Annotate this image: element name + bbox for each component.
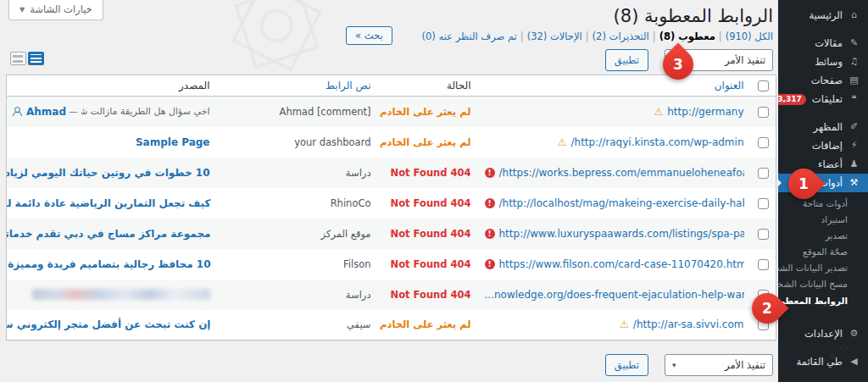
filter-link[interactable]: الكل (910) [726, 30, 773, 42]
link-status: Not Found 404 [378, 158, 478, 188]
submenu-item-label: استيراد [821, 214, 848, 225]
sidebar-item-label: أعضاء [818, 158, 843, 171]
link-text: Ahmad [comment] [217, 97, 378, 127]
broken-url-link[interactable]: /http://ar-sa.sivvi.com [633, 318, 744, 330]
sidebar-item-settings[interactable]: ⚙الإعدادات [778, 324, 868, 343]
table-header-row: العنوان الحالة نص الرابط المصدر [7, 75, 776, 97]
broken-url-link[interactable]: /http://localhost/mag/makeing-exercise-d… [499, 197, 744, 209]
warning-icon: ⚠ [654, 107, 664, 117]
source-post-link[interactable]: 10 محافظ رجالية بتصاميم فريدة ومميزة ستن… [7, 258, 211, 270]
submenu-item[interactable]: أدوات متاحة [778, 196, 868, 212]
row-checkbox[interactable] [758, 107, 769, 118]
submenu-item[interactable]: استيراد [778, 212, 868, 228]
sidebar-item-collapse[interactable]: ◀طي القائمة [778, 352, 868, 371]
link-text: Filson [217, 249, 378, 280]
tools-submenu: أدوات متاحةاستيرادتصديرصحّة الموقعتصدير … [778, 192, 868, 315]
comment-excerpt: اخي سؤال هل الطريقة مازالت شغالة [81, 106, 210, 117]
submenu-item-label: تصدير البيانات الشخصية [778, 263, 848, 274]
submenu-item[interactable]: الروابط المعطوبة8 [778, 292, 868, 310]
screenshot-root: ۿ ۞ AR-W خيارات الشاشة ▼ الروابط المعطوب… [0, 0, 868, 382]
dash-separator: — [70, 106, 78, 117]
sidebar-item-posts[interactable]: ✎مقالات [778, 34, 868, 53]
posts-icon: ✎ [849, 36, 860, 50]
source-post-link[interactable]: مجموعة مراكز مساج في دبي تقدم خدماتها ض.… [7, 228, 211, 240]
row-checkbox[interactable] [758, 259, 769, 270]
source-cell: Sample Page [7, 127, 217, 158]
screen-options-button[interactable]: خيارات الشاشة ▼ [8, 0, 103, 20]
link-status: Not Found 404 [378, 188, 478, 219]
media-icon: ♫ [849, 55, 860, 69]
submenu-item-label: مسح البيانات الشخصية [778, 279, 848, 290]
sidebar-item-appearance[interactable]: ✐المظهر [778, 118, 868, 136]
table-row: ⚠http://germanyلم يعثر على الخادمAhmad [… [7, 97, 776, 127]
sidebar-item-users[interactable]: ♟أعضاء [778, 155, 868, 174]
person-icon [14, 107, 23, 116]
link-status: لم يعثر على الخادم [378, 310, 478, 340]
submenu-item-label: الروابط المعطوبة [778, 296, 848, 307]
source-post-link[interactable]: كيف تجعل التمارين الرياضية عادة دائمة لد… [7, 197, 211, 209]
sidebar-item-pages[interactable]: ▤صفحات [778, 71, 868, 90]
sidebar-item-plugins[interactable]: ⚡إضافات [778, 136, 868, 155]
row-checkbox[interactable] [758, 168, 769, 179]
status-filters: الكل (910)|معطوب (8)|التحذيرات (2)|الإحا… [422, 30, 773, 42]
broken-url-link[interactable]: http://germany [667, 106, 743, 118]
broken-url-link[interactable]: ...nowledge.org/does-frequent-ejaculatio… [485, 289, 744, 301]
bulk-action-select[interactable]: تنفيذ الأمر ▾ [665, 354, 773, 376]
row-checkbox[interactable] [758, 137, 769, 148]
chevron-down-icon: ▼ [19, 6, 25, 14]
comment-author-link[interactable]: Ahmad [26, 106, 66, 118]
broken-links-table: العنوان الحالة نص الرابط المصدر ⚠http://… [6, 75, 776, 340]
broken-url-link[interactable]: /http://raqyi.kinsta.com/wp-admin [570, 136, 743, 148]
source-post-link[interactable]: Sample Page [136, 136, 210, 148]
filter-link[interactable]: التحذيرات (2) [593, 30, 649, 42]
source-post-link[interactable]: 10 خطوات في روتين حياتك اليومي لزيادة ال… [7, 167, 210, 179]
column-header-link-text[interactable]: نص الرابط [217, 75, 378, 97]
dashboard-icon: ⌂ [849, 8, 860, 22]
error-icon: ! [485, 198, 495, 208]
sidebar-item-label: طي القائمة [797, 355, 843, 368]
filter-link[interactable]: معطوب (8) [659, 30, 715, 42]
filter-link[interactable]: تم صرف النظر عنه (0) [422, 30, 517, 42]
broken-url-link[interactable]: https://www.filson.com/card-case-1107042… [499, 258, 744, 270]
source-cell: اخي سؤال هل الطريقة مازالت شغالة—Ahmad [7, 97, 217, 127]
users-icon: ♟ [849, 158, 860, 171]
row-checkbox[interactable] [758, 229, 769, 240]
submenu-item[interactable]: تصدير [778, 228, 868, 244]
submenu-item-label: صحّة الموقع [803, 246, 848, 257]
table-row: ...nowledge.org/does-frequent-ejaculatio… [7, 280, 776, 310]
sidebar-item-dashboard[interactable]: ⌂الرئيسية [778, 6, 868, 25]
source-post-link[interactable]: إن كنت تبحث عن أفضل متجر إلكتروني سعود..… [7, 318, 211, 330]
sidebar-item-comments[interactable]: ❝تعليقات3,317 [778, 90, 868, 108]
sidebar-item-label: وسائط [815, 55, 843, 69]
select-all-checkbox[interactable] [758, 80, 769, 91]
broken-url-link[interactable]: /https://works.bepress.com/emmanuelohene… [499, 167, 744, 179]
plugins-icon: ⚡ [849, 139, 860, 152]
settings-icon: ⚙ [849, 327, 860, 340]
list-view-icon[interactable] [28, 52, 44, 65]
source-cell: 10 خطوات في روتين حياتك اليومي لزيادة ال… [7, 158, 217, 188]
submenu-item[interactable]: صحّة الموقع [778, 244, 868, 260]
bulk-action-selected-value: تنفيذ الأمر [725, 54, 765, 66]
source-cell: مجموعة مراكز مساج في دبي تقدم خدماتها ض.… [7, 219, 217, 249]
appearance-icon: ✐ [849, 120, 860, 134]
submenu-item[interactable]: مسح البيانات الشخصية [778, 276, 868, 292]
row-checkbox[interactable] [758, 198, 769, 209]
sidebar-item-label: تعليقات [812, 92, 843, 106]
link-status: Not Found 404 [378, 219, 478, 249]
search-button[interactable]: بحث » [346, 26, 392, 45]
broken-url-link[interactable]: http://www.luxuryspaawards.com/listings/… [499, 228, 744, 240]
submenu-item-label: تصدير [826, 230, 848, 241]
submenu-item[interactable]: تصدير البيانات الشخصية [778, 260, 868, 276]
sidebar-item-media[interactable]: ♫وسائط [778, 53, 868, 71]
table-row: ⚠/http://ar-sa.sivvi.comلم يعثر على الخا… [7, 310, 776, 340]
excerpt-view-icon[interactable] [10, 52, 26, 65]
column-header-status: الحالة [378, 75, 478, 97]
column-header-title[interactable]: العنوان [478, 75, 751, 97]
apply-button[interactable]: تطبيق [605, 49, 648, 71]
table-row: !https://www.filson.com/card-case-110704… [7, 249, 776, 280]
sidebar-item-label: إضافات [812, 139, 843, 152]
apply-button[interactable]: تطبيق [605, 354, 648, 376]
filter-link[interactable]: الإحالات (32) [527, 30, 582, 42]
filter-separator: | [586, 30, 589, 42]
table-row: !/https://works.bepress.com/emmanuelohen… [7, 158, 776, 188]
